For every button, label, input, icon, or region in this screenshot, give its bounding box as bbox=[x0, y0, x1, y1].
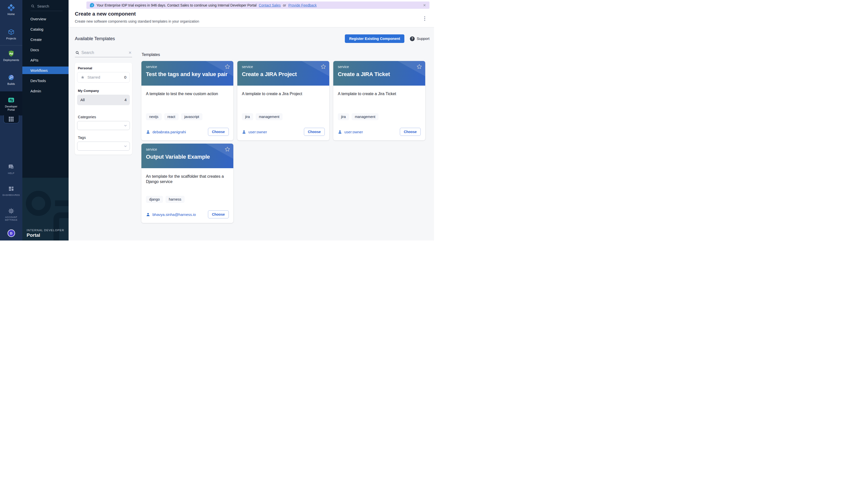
help-icon: ? bbox=[7, 163, 15, 171]
question-icon: ? bbox=[410, 36, 415, 41]
template-search: ✕ bbox=[75, 50, 132, 57]
tag-chip: jira bbox=[338, 113, 349, 120]
template-card[interactable]: service Create a JIRA Ticket A template … bbox=[333, 61, 425, 140]
main-area: i Your Enterprise IDP trial expires in 9… bbox=[68, 0, 434, 241]
card-header: service Output Variable Example bbox=[142, 143, 233, 168]
sidenav-divider bbox=[30, 11, 63, 11]
page-header: i Your Enterprise IDP trial expires in 9… bbox=[68, 0, 434, 27]
card-owner-row: user:owner Choose bbox=[338, 128, 421, 136]
user-icon bbox=[146, 130, 150, 134]
personal-label: Personal bbox=[78, 66, 130, 70]
tags-label: Tags bbox=[78, 135, 130, 139]
module-picker-button[interactable] bbox=[3, 115, 19, 123]
rail-item-dashboards[interactable]: DASHBOARDS bbox=[0, 184, 22, 198]
rail-active-section: DeveloperPortal bbox=[0, 91, 22, 116]
decorative-bar bbox=[55, 200, 68, 206]
card-header: service Create a JIRA Project bbox=[237, 61, 329, 86]
categories-select[interactable] bbox=[77, 121, 130, 130]
rail-item-home[interactable]: Home bbox=[0, 2, 22, 17]
star-outline-icon[interactable] bbox=[224, 147, 230, 152]
owner-link[interactable]: user:owner bbox=[344, 130, 363, 134]
choose-button[interactable]: Choose bbox=[304, 128, 325, 136]
banner-close-icon[interactable]: ✕ bbox=[423, 3, 426, 7]
kebab-menu-icon[interactable] bbox=[424, 15, 426, 22]
filter-starred[interactable]: Starred 0 bbox=[77, 72, 130, 83]
rail-item-account-settings[interactable]: ACCOUNTSETTINGS bbox=[0, 206, 22, 223]
card-title: Output Variable Example bbox=[146, 154, 229, 160]
card-title: Create a JIRA Project bbox=[242, 71, 325, 77]
sidenav-item-apis[interactable]: APIs bbox=[22, 56, 68, 64]
portal-sidenav: Search OverviewCatalogCreateDocsAPIsWork… bbox=[22, 0, 68, 241]
owner-link[interactable]: user:owner bbox=[248, 130, 267, 134]
sidenav-item-workflows[interactable]: Workflows bbox=[22, 67, 68, 74]
rail-item-developer-portal[interactable]: DeveloperPortal bbox=[0, 95, 22, 113]
star-outline-icon[interactable] bbox=[320, 64, 326, 69]
card-tags: nextjsreactjavascript bbox=[146, 113, 229, 120]
owner-link[interactable]: debabrata.panigrahi bbox=[152, 130, 186, 134]
templates-grid: service Test the tags and key value pair… bbox=[142, 61, 434, 223]
tag-chip: management bbox=[256, 113, 283, 120]
rail-item-builds[interactable]: Builds bbox=[0, 72, 22, 87]
content-area: Available Templates Register Existing Co… bbox=[68, 27, 434, 241]
tag-chip: jira bbox=[242, 113, 253, 120]
filter-card: Personal Starred 0 My Company All 4 bbox=[75, 63, 132, 155]
card-owner-row: bhavya.sinha@harness.io Choose bbox=[146, 211, 229, 218]
rail-item-deployments[interactable]: Deployments bbox=[0, 49, 22, 63]
card-kind-label: service bbox=[146, 147, 229, 151]
templates-heading: Templates bbox=[142, 53, 434, 57]
template-card[interactable]: service Create a JIRA Project A template… bbox=[237, 61, 329, 140]
rail-label-deployments: Deployments bbox=[3, 59, 19, 62]
filters-panel: ✕ Personal Starred 0 My Company All bbox=[75, 50, 132, 241]
sidenav-list: OverviewCatalogCreateDocsAPIsWorkflowsDe… bbox=[22, 15, 68, 97]
rail-label-projects: Projects bbox=[6, 37, 16, 40]
sidenav-search[interactable]: Search bbox=[22, 0, 68, 11]
choose-button[interactable]: Choose bbox=[400, 128, 421, 136]
provide-feedback-link[interactable]: Provide Feedback bbox=[288, 3, 317, 7]
support-button[interactable]: ? Support bbox=[410, 36, 430, 41]
clear-search-icon[interactable]: ✕ bbox=[128, 51, 132, 55]
card-description: A template to create a Jira Project bbox=[242, 91, 325, 113]
decorative-ring bbox=[26, 191, 51, 216]
banner-message: Your Enterprise IDP trial expires in 946… bbox=[96, 3, 256, 7]
card-body: A template to create a Jira Project jira… bbox=[237, 86, 329, 140]
template-card[interactable]: service Test the tags and key value pair… bbox=[142, 61, 233, 140]
categories-label: Categories bbox=[78, 115, 130, 119]
svg-text:?: ? bbox=[10, 165, 11, 168]
app-window: Home Projects Deployments Builds bbox=[0, 0, 434, 241]
rail-label-home: Home bbox=[7, 12, 15, 16]
sidenav-item-admin[interactable]: Admin bbox=[22, 87, 68, 95]
templates-section: Templates service Test the tags and key … bbox=[142, 50, 434, 241]
star-outline-icon[interactable] bbox=[224, 64, 230, 69]
tag-chip: javascript bbox=[181, 113, 203, 120]
card-body: A template to create a Jira Ticket jiram… bbox=[333, 86, 425, 140]
rail-label-builds: Builds bbox=[7, 82, 15, 86]
template-card[interactable]: service Output Variable Example An templ… bbox=[142, 143, 233, 223]
star-icon bbox=[81, 75, 85, 79]
filter-all[interactable]: All 4 bbox=[77, 95, 130, 105]
owner-link[interactable]: bhavya.sinha@harness.io bbox=[152, 213, 196, 217]
card-title: Create a JIRA Ticket bbox=[338, 71, 421, 77]
sidenav-item-docs[interactable]: Docs bbox=[22, 46, 68, 54]
card-title: Test the tags and key value pair bbox=[146, 71, 229, 77]
sidenav-item-create[interactable]: Create bbox=[22, 36, 68, 43]
all-label: All bbox=[81, 98, 85, 102]
choose-button[interactable]: Choose bbox=[208, 211, 229, 218]
rail-label-developer-portal: DeveloperPortal bbox=[5, 105, 18, 111]
user-avatar[interactable]: D bbox=[7, 229, 15, 237]
star-outline-icon[interactable] bbox=[416, 64, 422, 69]
tags-select[interactable] bbox=[77, 141, 130, 151]
rail-item-projects[interactable]: Projects bbox=[0, 27, 22, 42]
card-tags: djangoharness bbox=[146, 196, 229, 203]
sidenav-item-devtools[interactable]: DevTools bbox=[22, 77, 68, 84]
card-body: An template for the scaffolder that crea… bbox=[142, 168, 233, 223]
contact-sales-link[interactable]: Contact Sales bbox=[259, 3, 281, 7]
choose-button[interactable]: Choose bbox=[208, 128, 229, 136]
template-search-input[interactable] bbox=[82, 51, 126, 55]
trial-banner: i Your Enterprise IDP trial expires in 9… bbox=[86, 1, 430, 9]
toolbar: Available Templates Register Existing Co… bbox=[75, 34, 430, 43]
user-icon bbox=[146, 213, 150, 217]
sidenav-item-catalog[interactable]: Catalog bbox=[22, 25, 68, 33]
register-existing-component-button[interactable]: Register Existing Component bbox=[345, 34, 404, 43]
sidenav-item-overview[interactable]: Overview bbox=[22, 15, 68, 23]
rail-item-help[interactable]: ? HELP bbox=[0, 162, 22, 176]
